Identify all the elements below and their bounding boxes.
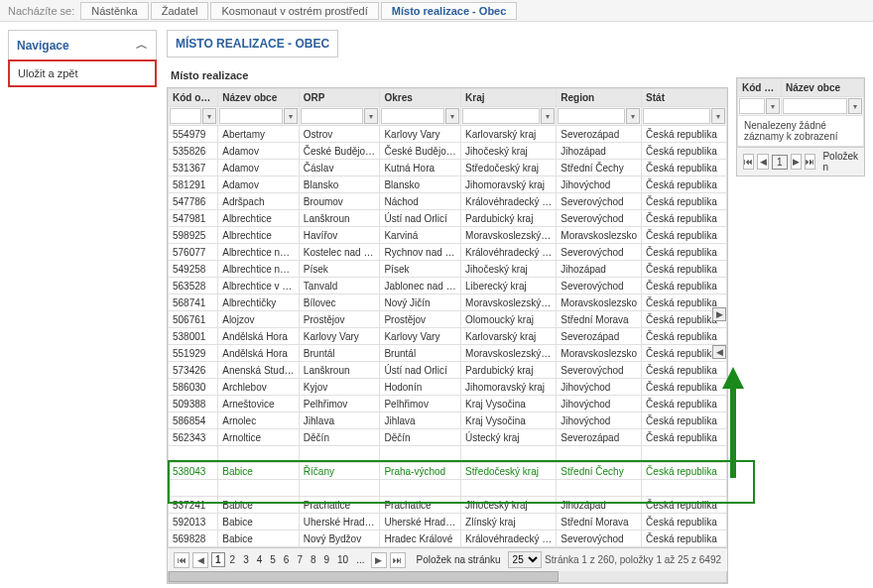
filter-okres[interactable] — [381, 108, 444, 124]
table-row[interactable]: 576077Albrechtice nad...Kostelec nad Orl… — [169, 244, 727, 261]
table-row[interactable]: 531367AdamovČáslavKutná HoraStředočeský … — [169, 160, 727, 176]
page-number[interactable]: 6 — [281, 553, 293, 566]
col-kraj[interactable]: Kraj — [461, 89, 557, 107]
filter-stat[interactable] — [643, 108, 710, 124]
breadcrumb-item[interactable]: Nástěnka — [80, 2, 148, 20]
page-number[interactable]: 7 — [294, 553, 306, 566]
filter-row: ▾ ▾ ▾ ▾ ▾ ▾ ▾ — [169, 107, 727, 126]
chevron-up-icon: ︿ — [136, 37, 148, 54]
filter-icon[interactable]: ▾ — [364, 108, 378, 124]
move-left-button[interactable]: ◀ — [712, 345, 726, 359]
page-number[interactable]: 3 — [240, 553, 252, 566]
next-page-button[interactable]: ▶ — [371, 552, 387, 568]
table-row[interactable]: 554979AbertamyOstrovKarlovy VaryKarlovar… — [169, 126, 727, 143]
col-kod-right[interactable]: Kód obce — [738, 79, 782, 97]
filter-icon[interactable]: ▾ — [284, 108, 298, 124]
filter-icon[interactable]: ▾ — [848, 98, 862, 114]
nav-title: Navigace — [17, 39, 69, 53]
table-row[interactable]: 509388ArneštovicePelhřimovPelhřimovKraj … — [169, 396, 727, 412]
filter-kod-right[interactable] — [739, 98, 765, 114]
breadcrumb-label: Nacházíte se: — [8, 5, 74, 17]
filter-kod[interactable] — [170, 108, 201, 124]
col-kod[interactable]: Kód obce — [169, 89, 218, 107]
filter-icon[interactable]: ▾ — [445, 108, 459, 124]
filter-orp[interactable] — [301, 108, 364, 124]
move-right-button[interactable]: ▶ — [712, 307, 726, 321]
table-row[interactable]: 569828BabiceNový BydžovHradec KrálovéKrá… — [169, 530, 727, 547]
table-row[interactable]: 586854ArnolecJihlavaJihlavaKraj Vysočina… — [169, 412, 727, 429]
table-row[interactable]: 506761AlojzovProstějovProstějovOlomoucký… — [169, 311, 727, 328]
table-row[interactable]: 598925AlbrechticeHavířovKarvináMoravskos… — [169, 227, 727, 244]
filter-icon[interactable]: ▾ — [711, 108, 725, 124]
last-page-button[interactable]: ⏭ — [805, 154, 815, 170]
filter-icon[interactable]: ▾ — [766, 98, 780, 114]
filter-icon[interactable]: ▾ — [202, 108, 216, 124]
prev-page-button[interactable]: ◀ — [757, 154, 768, 170]
filter-icon[interactable]: ▾ — [626, 108, 640, 124]
first-page-button[interactable]: ⏮ — [743, 154, 754, 170]
breadcrumb: Nacházíte se: Nástěnka Žadatel Kosmonaut… — [0, 0, 873, 22]
table-row[interactable]: 538043BabiceŘíčanyPraha-východStředočesk… — [169, 463, 727, 480]
table-row[interactable]: 537241BabicePrachaticePrachaticeJihočesk… — [169, 497, 727, 514]
breadcrumb-item[interactable]: Žadatel — [151, 2, 209, 20]
col-nazev[interactable]: Název obce — [218, 89, 300, 107]
sidebar: Navigace ︿ Uložit a zpět — [8, 30, 157, 584]
table-row[interactable] — [169, 446, 727, 463]
breadcrumb-item[interactable]: Kosmonaut v ostrém prostředí — [210, 2, 378, 20]
col-orp[interactable]: ORP — [299, 89, 380, 107]
table-row[interactable]: 581291AdamovBlanskoBlanskoJihomoravský k… — [169, 176, 727, 193]
table-row[interactable]: 592013BabiceUherské HradištěUherské Hrad… — [169, 514, 727, 530]
table-row[interactable]: 549258Albrechtice nad...PísekPísekJihoče… — [169, 261, 727, 278]
section-subtitle: Místo realizace — [167, 65, 728, 87]
filter-kraj[interactable] — [462, 108, 540, 124]
page-number[interactable]: 1 — [211, 552, 225, 567]
right-grid: Kód obce Název obce ▾ ▾ Nenalezeny žádné… — [736, 30, 865, 584]
page-number[interactable]: 2 — [227, 553, 239, 566]
filter-nazev-right[interactable] — [783, 98, 847, 114]
pager-summary: Stránka 1 z 260, položky 1 až 25 z 6492 — [545, 554, 721, 565]
breadcrumb-item-active[interactable]: Místo realizace - Obec — [381, 2, 518, 20]
page-number[interactable]: 10 — [334, 553, 351, 566]
table-row[interactable]: 563528Albrechtice v Jiz...TanvaldJablone… — [169, 278, 727, 294]
table-row[interactable]: 535826AdamovČeské BudějoviceČeské Budějo… — [169, 143, 727, 160]
page-number[interactable]: 9 — [321, 553, 333, 566]
nav-toggle[interactable]: Navigace ︿ — [8, 30, 157, 60]
col-region[interactable]: Region — [557, 89, 642, 107]
page-size-label: Položek na stránku — [417, 554, 501, 565]
table-row[interactable]: 551929Andělská HoraBruntálBruntálMoravsk… — [169, 345, 727, 362]
filter-nazev[interactable] — [219, 108, 283, 124]
table-row[interactable]: 562343ArnolticeDěčínDěčínÚstecký krajSev… — [169, 429, 727, 446]
page-size-label-right: Položek n — [822, 151, 858, 173]
pager: ⏮ ◀ 12345678910... ▶ ⏭ Položek na stránk… — [168, 547, 727, 571]
next-page-button[interactable]: ▶ — [791, 154, 802, 170]
filter-icon[interactable]: ▾ — [541, 108, 555, 124]
first-page-button[interactable]: ⏮ — [174, 552, 189, 568]
table-row[interactable]: 568741AlbrechtičkyBílovecNový JičínMorav… — [169, 294, 727, 311]
horizontal-scrollbar[interactable] — [168, 571, 727, 583]
section-title: MÍSTO REALIZACE - OBEC — [167, 30, 338, 58]
last-page-button[interactable]: ⏭ — [390, 552, 406, 568]
col-nazev-right[interactable]: Název obce — [782, 79, 864, 97]
page-size-select[interactable]: 25 — [508, 551, 542, 568]
col-okres[interactable]: Okres — [380, 89, 461, 107]
save-and-back-button[interactable]: Uložit a zpět — [8, 59, 157, 87]
col-stat[interactable]: Stát — [642, 89, 727, 107]
table-row[interactable]: 573426Anenská StudánkaLanškrounÚstí nad … — [169, 362, 727, 379]
table-row[interactable]: 538001Andělská HoraKarlovy VaryKarlovy V… — [169, 328, 727, 345]
prev-page-button[interactable]: ◀ — [192, 552, 208, 568]
table-row[interactable]: 547981AlbrechticeLanškrounÚstí nad Orlic… — [169, 210, 727, 227]
table-row[interactable]: 586030ArchlebovKyjovHodonínJihomoravský … — [169, 379, 727, 396]
page-number[interactable]: ... — [353, 553, 367, 566]
table-row[interactable]: 547786AdršpachBroumovNáchodKrálovéhradec… — [169, 193, 727, 210]
filter-region[interactable] — [558, 108, 625, 124]
no-data-text: Nenalezeny žádné záznamy k zobrazení — [737, 116, 864, 147]
page-number[interactable]: 8 — [308, 553, 319, 566]
pager-pages: 12345678910... — [211, 552, 368, 567]
page-number[interactable]: 5 — [267, 553, 279, 566]
header-row: Kód obce Název obce ORP Okres Kraj Regio… — [169, 89, 727, 107]
page-number[interactable]: 4 — [254, 553, 266, 566]
main-grid: Kód obce Název obce ORP Okres Kraj Regio… — [167, 87, 728, 584]
scroll-thumb[interactable] — [169, 571, 559, 582]
table-row[interactable] — [169, 480, 727, 497]
transfer-buttons: ▶ ◀ — [712, 307, 726, 359]
